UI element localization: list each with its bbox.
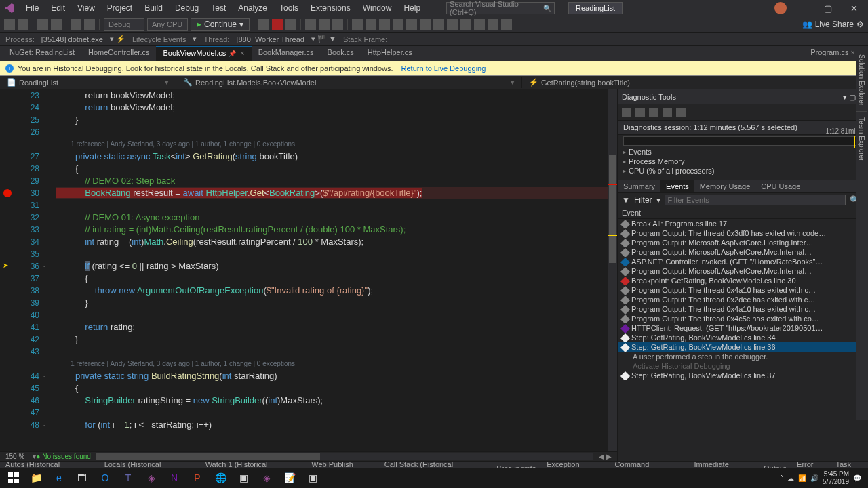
diag-event-row[interactable]: Program Output: Microsoft.AspNetCore.Mvc… <box>618 247 868 257</box>
document-tab[interactable]: BookViewModel.cs📌 <box>156 46 251 61</box>
process-dropdown[interactable]: [35148] dotnet.exe <box>41 35 103 43</box>
taskbar-app[interactable]: T <box>117 470 140 486</box>
user-avatar[interactable] <box>774 2 787 14</box>
diag-event-row[interactable]: Breakpoint: GetRating, BookViewModel.cs … <box>618 276 868 285</box>
taskbar-app[interactable]: N <box>163 470 186 486</box>
document-tab[interactable]: HomeController.cs <box>81 46 156 61</box>
nav-back-icon[interactable] <box>4 19 15 30</box>
taskbar-app[interactable]: ▣ <box>301 470 324 486</box>
tb-icon[interactable] <box>393 19 403 30</box>
return-live-debug-link[interactable]: Return to Live Debugging <box>401 64 486 73</box>
menu-analyze[interactable]: Analyze <box>233 2 273 14</box>
diag-track[interactable]: Events <box>618 147 868 157</box>
menu-file[interactable]: File <box>20 2 44 14</box>
tb-icon[interactable] <box>406 19 417 30</box>
nav-member-dropdown[interactable]: ⚡ GetRating(string bookTitle)▾ <box>522 77 868 88</box>
tb-icon[interactable] <box>366 19 376 30</box>
document-tab[interactable]: BookManager.cs <box>252 46 321 61</box>
diag-timeline[interactable]: 1:12.81min <box>623 136 863 146</box>
diag-tool-icon[interactable] <box>649 108 658 117</box>
menu-window[interactable]: Window <box>357 2 397 14</box>
event-column-header[interactable]: Event <box>618 207 868 219</box>
redo-icon[interactable] <box>84 19 95 30</box>
taskbar-app[interactable]: 🗔 <box>71 470 94 486</box>
menu-build[interactable]: Build <box>139 2 168 14</box>
diag-tab-events[interactable]: Events <box>660 180 694 192</box>
close-button[interactable]: ✕ <box>844 3 864 14</box>
notification-icon[interactable]: 💬 <box>853 474 861 482</box>
step-out-icon[interactable] <box>332 19 343 30</box>
menu-test[interactable]: Test <box>205 2 231 14</box>
live-share-button[interactable]: 👥 Live Share ⚙ <box>802 20 864 29</box>
taskbar-app[interactable]: 📝 <box>278 470 301 486</box>
diag-event-row[interactable]: Program Output: Microsoft.AspNetCore.Hos… <box>618 238 868 247</box>
save-icon[interactable] <box>37 19 48 30</box>
diag-track[interactable]: Process Memory <box>618 157 868 166</box>
menu-tools[interactable]: Tools <box>274 2 304 14</box>
system-clock[interactable]: 5:45 PM5/7/2019 <box>823 470 849 485</box>
config-dropdown[interactable]: Debug <box>104 18 144 30</box>
diag-tool-icon[interactable] <box>663 108 672 117</box>
main-menu[interactable]: FileEditViewProjectBuildDebugTestAnalyze… <box>20 2 426 14</box>
tb-icon[interactable] <box>488 19 498 30</box>
editor-vertical-scrollbar[interactable] <box>608 89 617 451</box>
diag-tool-icon[interactable] <box>635 108 645 117</box>
diag-event-row[interactable]: Program Output: The thread 0x4a10 has ex… <box>618 285 868 295</box>
menu-view[interactable]: View <box>72 2 100 14</box>
solution-explorer-tab[interactable]: Solution Explorer <box>856 49 867 112</box>
diag-event-row[interactable]: ASP.NET: Controller invoked. (GET "/Home… <box>618 257 868 266</box>
tb-icon[interactable] <box>352 19 363 30</box>
taskbar-app[interactable]: 📁 <box>24 470 47 486</box>
stop-icon[interactable] <box>272 19 283 30</box>
diag-event-row[interactable]: Program Output: The thread 0x4a10 has ex… <box>618 304 868 314</box>
taskbar-app[interactable]: ◈ <box>140 470 163 486</box>
menu-debug[interactable]: Debug <box>170 2 204 14</box>
document-tab[interactable]: HttpHelper.cs <box>361 46 419 61</box>
minimize-button[interactable]: — <box>792 3 812 14</box>
maximize-button[interactable]: ▢ <box>818 3 838 14</box>
taskbar-app[interactable]: P <box>186 470 209 486</box>
step-into-icon[interactable] <box>305 19 316 30</box>
filter-icon[interactable]: ▼ <box>622 195 630 205</box>
nav-project-dropdown[interactable]: 📄 ReadingList▾ <box>0 77 176 88</box>
diag-event-row[interactable]: Step: GetRating, BookViewModel.cs line 3… <box>618 371 868 380</box>
diag-event-row[interactable]: HTTPClient: Request. (GET "https://bookr… <box>618 323 868 333</box>
taskbar-app[interactable]: ▣ <box>232 470 255 486</box>
diag-tool-icon[interactable] <box>622 108 631 117</box>
thread-dropdown[interactable]: [880] Worker Thread <box>236 35 304 43</box>
diag-track[interactable]: CPU (% of all processors) <box>618 166 868 176</box>
diag-event-row[interactable]: Program Output: Microsoft.AspNetCore.Mvc… <box>618 266 868 276</box>
tb-icon[interactable] <box>474 19 485 30</box>
diag-event-row[interactable]: Step: GetRating, BookViewModel.cs line 3… <box>618 333 868 342</box>
diag-tab-cpu-usage[interactable]: CPU Usage <box>755 180 806 192</box>
taskbar-app[interactable]: e <box>47 470 71 486</box>
diag-tool-icon[interactable] <box>676 108 686 117</box>
tb-icon[interactable] <box>447 19 458 30</box>
menu-edit[interactable]: Edit <box>45 2 71 14</box>
diag-event-row[interactable]: Program Output: The thread 0x4c5c has ex… <box>618 314 868 323</box>
diag-event-row[interactable]: Program Output: The thread 0x3df0 has ex… <box>618 228 868 238</box>
diag-tab-summary[interactable]: Summary <box>618 180 660 192</box>
team-explorer-tab[interactable]: Team Explorer <box>856 112 867 167</box>
diag-event-row[interactable]: Step: GetRating, BookViewModel.cs line 3… <box>618 342 868 352</box>
taskbar-app[interactable]: O <box>94 470 117 486</box>
tray-up-icon[interactable]: ˄ <box>780 474 783 482</box>
nav-fwd-icon[interactable] <box>18 19 28 30</box>
tray-cloud-icon[interactable]: ☁ <box>787 474 794 482</box>
menu-project[interactable]: Project <box>102 2 138 14</box>
menu-help[interactable]: Help <box>398 2 426 14</box>
nav-class-dropdown[interactable]: 🔧 ReadingList.Models.BookViewModel▾ <box>176 77 522 88</box>
diag-event-row[interactable]: Program Output: The thread 0x2dec has ex… <box>618 295 868 304</box>
tb-icon[interactable] <box>379 19 390 30</box>
restart-icon[interactable] <box>285 19 296 30</box>
break-all-icon[interactable] <box>258 19 269 30</box>
taskbar-app[interactable]: 🌐 <box>209 470 232 486</box>
diag-tab-memory-usage[interactable]: Memory Usage <box>694 180 756 192</box>
menu-extensions[interactable]: Extensions <box>305 2 356 14</box>
filter-events-input[interactable] <box>665 195 846 205</box>
taskbar-app[interactable]: ◈ <box>255 470 278 486</box>
diag-event-row[interactable]: Break All: Program.cs line 17 <box>618 219 868 228</box>
tb-icon[interactable] <box>501 19 512 30</box>
code-editor[interactable]: ➤ 23242526 27282930313233343536373839404… <box>0 89 617 451</box>
document-tab[interactable]: NuGet: ReadingList <box>3 46 81 61</box>
